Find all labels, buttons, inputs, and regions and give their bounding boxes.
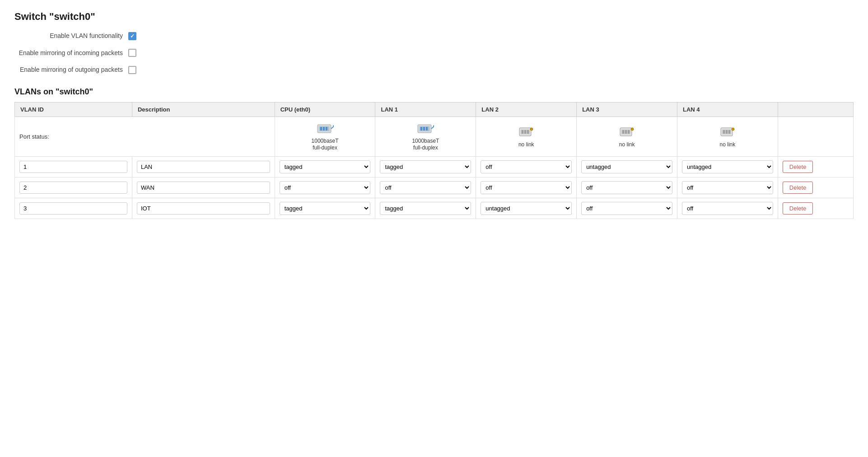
vlan-lan2-cell-1: off tagged untagged xyxy=(476,156,577,177)
mirror-outgoing-checkbox[interactable] xyxy=(128,66,136,74)
svg-rect-23 xyxy=(625,130,627,134)
vlan-id-input-3[interactable] xyxy=(19,202,127,215)
port-status-actions xyxy=(778,117,853,156)
table-row: off tagged untagged off tagged untagged … xyxy=(15,156,854,177)
vlan-lan3-select-1[interactable]: off tagged untagged xyxy=(581,160,672,173)
vlan-functionality-checkbox[interactable] xyxy=(128,32,136,40)
port-inactive-icon-lan3 xyxy=(618,125,636,140)
vlan-lan3-cell-3: off tagged untagged xyxy=(577,198,677,219)
vlan-functionality-group: Enable VLAN functionality xyxy=(14,32,854,41)
vlan-id-cell-2 xyxy=(15,177,132,198)
svg-rect-16 xyxy=(522,130,523,134)
vlan-lan2-select-1[interactable]: off tagged untagged xyxy=(481,160,572,173)
svg-point-31 xyxy=(732,128,734,131)
port-status-lan4: no link xyxy=(677,117,778,156)
svg-point-25 xyxy=(631,128,634,131)
vlan-functionality-label: Enable VLAN functionality xyxy=(14,32,123,41)
vlan-lan4-cell-3: off tagged untagged xyxy=(677,198,778,219)
vlan-desc-input-3[interactable] xyxy=(137,202,270,215)
vlan-id-cell-3 xyxy=(15,198,132,219)
port-status-text-lan1: 1000baseTfull-duplex xyxy=(412,138,439,152)
vlan-lan1-cell-2: off tagged untagged xyxy=(375,177,476,198)
svg-rect-17 xyxy=(524,130,526,134)
port-icon-cpu: 1000baseTfull-duplex xyxy=(280,121,371,152)
vlan-lan4-select-3[interactable]: off tagged untagged xyxy=(682,202,773,215)
svg-rect-29 xyxy=(726,130,728,134)
svg-rect-28 xyxy=(723,130,725,134)
vlan-lan1-cell-1: off tagged untagged xyxy=(375,156,476,177)
vlan-lan4-cell-1: off tagged untagged xyxy=(677,156,778,177)
vlan-desc-cell-3 xyxy=(132,198,275,219)
vlan-lan3-select-3[interactable]: off tagged untagged xyxy=(581,202,672,215)
vlan-delete-cell-3: Delete xyxy=(778,198,853,219)
header-cpu-eth0: CPU (eth0) xyxy=(275,102,375,117)
port-status-text-lan3: no link xyxy=(619,141,635,148)
svg-rect-4 xyxy=(326,127,327,131)
port-status-label: Port status: xyxy=(15,117,275,156)
port-status-cpu: 1000baseTfull-duplex xyxy=(275,117,375,156)
svg-rect-10 xyxy=(423,127,425,131)
port-inactive-icon-lan4 xyxy=(719,125,737,140)
header-actions xyxy=(778,102,853,117)
svg-rect-9 xyxy=(420,127,422,131)
header-lan3: LAN 3 xyxy=(577,102,677,117)
vlan-lan4-cell-2: off tagged untagged xyxy=(677,177,778,198)
header-lan4: LAN 4 xyxy=(677,102,778,117)
vlan-cpu-cell-3: off tagged untagged xyxy=(275,198,375,219)
port-icon-lan4: no link xyxy=(682,125,773,148)
mirror-incoming-label: Enable mirroring of incoming packets xyxy=(14,49,123,58)
mirror-outgoing-label: Enable mirroring of outgoing packets xyxy=(14,65,123,75)
port-status-lan1: 1000baseTfull-duplex xyxy=(375,117,476,156)
vlan-lan1-cell-3: off tagged untagged xyxy=(375,198,476,219)
delete-button-3[interactable]: Delete xyxy=(783,202,813,215)
vlan-lan3-cell-1: off tagged untagged xyxy=(577,156,677,177)
vlan-desc-cell-2 xyxy=(132,177,275,198)
vlan-cpu-select-1[interactable]: off tagged untagged xyxy=(280,160,371,173)
port-icon-lan2: no link xyxy=(481,125,572,148)
header-lan1: LAN 1 xyxy=(375,102,476,117)
port-status-text-lan4: no link xyxy=(720,141,736,148)
vlan-id-input-2[interactable] xyxy=(19,182,127,194)
port-status-lan3: no link xyxy=(577,117,677,156)
port-status-row: Port status: xyxy=(15,117,854,156)
table-row: off tagged untagged off tagged untagged … xyxy=(15,177,854,198)
vlan-desc-input-1[interactable] xyxy=(137,161,270,173)
delete-button-2[interactable]: Delete xyxy=(783,182,813,194)
header-vlan-id: VLAN ID xyxy=(15,102,132,117)
port-active-icon-cpu xyxy=(316,121,334,136)
vlan-table: VLAN ID Description CPU (eth0) LAN 1 LAN… xyxy=(14,102,854,219)
vlan-lan3-select-2[interactable]: off tagged untagged xyxy=(581,181,672,194)
svg-rect-24 xyxy=(628,130,630,134)
svg-point-19 xyxy=(530,128,533,131)
vlan-lan3-cell-2: off tagged untagged xyxy=(577,177,677,198)
vlan-cpu-cell-2: off tagged untagged xyxy=(275,177,375,198)
vlan-lan2-select-3[interactable]: off tagged untagged xyxy=(481,202,572,215)
vlans-section-title: VLANs on "switch0" xyxy=(14,87,854,97)
mirror-incoming-group: Enable mirroring of incoming packets xyxy=(14,49,854,58)
vlan-lan1-select-2[interactable]: off tagged untagged xyxy=(380,181,471,194)
svg-rect-18 xyxy=(527,130,529,134)
vlan-lan2-select-2[interactable]: off tagged untagged xyxy=(481,181,572,194)
vlan-lan2-cell-2: off tagged untagged xyxy=(476,177,577,198)
port-active-icon-lan1 xyxy=(416,121,434,136)
vlan-lan1-select-3[interactable]: off tagged untagged xyxy=(380,202,471,215)
vlan-lan1-select-1[interactable]: off tagged untagged xyxy=(380,160,471,173)
vlan-id-cell-1 xyxy=(15,156,132,177)
vlan-lan4-select-1[interactable]: off tagged untagged xyxy=(682,160,773,173)
port-icon-lan1: 1000baseTfull-duplex xyxy=(380,121,471,152)
delete-button-1[interactable]: Delete xyxy=(783,161,813,173)
vlan-id-input-1[interactable] xyxy=(19,161,127,173)
mirror-incoming-checkbox[interactable] xyxy=(128,49,136,57)
vlan-cpu-select-2[interactable]: off tagged untagged xyxy=(280,181,371,194)
vlan-cpu-cell-1: off tagged untagged xyxy=(275,156,375,177)
header-description: Description xyxy=(132,102,275,117)
vlan-delete-cell-2: Delete xyxy=(778,177,853,198)
port-status-text-cpu: 1000baseTfull-duplex xyxy=(312,138,339,152)
svg-rect-11 xyxy=(426,127,428,131)
vlan-cpu-select-3[interactable]: off tagged untagged xyxy=(280,202,371,215)
svg-rect-30 xyxy=(728,130,730,134)
table-header-row: VLAN ID Description CPU (eth0) LAN 1 LAN… xyxy=(15,102,854,117)
vlan-lan4-select-2[interactable]: off tagged untagged xyxy=(682,181,773,194)
vlan-desc-cell-1 xyxy=(132,156,275,177)
vlan-desc-input-2[interactable] xyxy=(137,182,270,194)
